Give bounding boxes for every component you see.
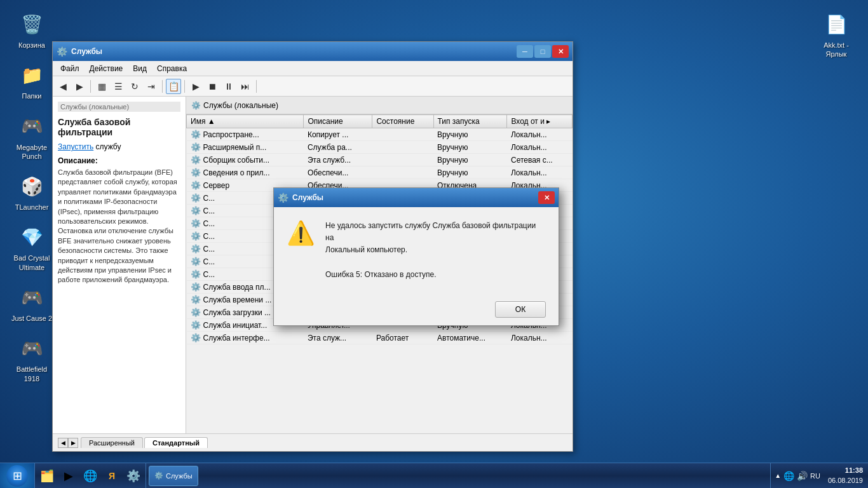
- table-row[interactable]: ⚙️Расширяемый п... Служба ра... Вручную …: [187, 141, 573, 154]
- export-button[interactable]: ⇥: [144, 79, 159, 94]
- quick-media-button[interactable]: ▶: [59, 466, 78, 485]
- minimize-button[interactable]: ─: [517, 45, 533, 58]
- service-info-title: Служба базовой фильтрации: [58, 117, 180, 137]
- error-dialog-title: Службы: [292, 193, 538, 202]
- menu-view[interactable]: Вид: [128, 63, 152, 74]
- folders-icon: 📁: [17, 60, 47, 90]
- tab-extended[interactable]: Расширенный: [81, 437, 143, 448]
- toolbar: ◀ ▶ ▦ ☰ ↻ ⇥ 📋 ▶ ⏹ ⏸ ⏭: [53, 76, 573, 97]
- error-dialog-close-button[interactable]: ✕: [538, 191, 555, 204]
- error-dialog-buttons: ОК: [274, 294, 559, 325]
- close-button[interactable]: ✕: [552, 45, 569, 58]
- taskbar-item-label: Службы: [166, 472, 193, 480]
- stop-service-button[interactable]: ⏹: [205, 79, 220, 94]
- status-tabs: Расширенный Стандартный: [81, 437, 208, 448]
- cell-startup: Автоматиче...: [433, 332, 507, 344]
- view-list-button[interactable]: ▦: [94, 79, 109, 94]
- megabyte-punch-icon: 🎮: [17, 111, 47, 142]
- language-indicator[interactable]: RU: [810, 472, 820, 480]
- maximize-button[interactable]: □: [534, 45, 551, 58]
- cell-startup: Вручную: [433, 166, 507, 179]
- separator-4: [256, 80, 257, 93]
- desktop-icons-left: 🗑️ Корзина 📁 Папки 🎮 Megabyte Punch 🎲 TL…: [6, 6, 57, 386]
- separator-2: [162, 80, 163, 93]
- desktop-icon-battlefield[interactable]: 🎮 Battlefield 1918: [6, 330, 57, 386]
- error-dialog-controls: ✕: [538, 191, 555, 204]
- desktop-icon-just-cause[interactable]: 🎮 Just Cause 2: [6, 280, 57, 325]
- taskbar-right: ▲ 🌐 🔊 RU 11:38 06.08.2019: [765, 463, 868, 488]
- tray-volume-icon[interactable]: 🔊: [797, 471, 808, 481]
- cell-state: [372, 154, 433, 166]
- pause-service-button[interactable]: ⏸: [221, 79, 236, 94]
- cell-desc: Эта служб...: [304, 154, 372, 166]
- table-row[interactable]: ⚙️Сведения о прил... Обеспечи... Вручную…: [187, 166, 573, 179]
- services-titlebar[interactable]: ⚙️ Службы ─ □ ✕: [53, 42, 573, 61]
- quick-launch: 🗂️ ▶ 🌐 Я ⚙️: [34, 463, 146, 488]
- desktop-icons-right: 📄 Akk.txt - Ярлык: [811, 6, 862, 62]
- col-desc[interactable]: Описание: [304, 115, 372, 128]
- error-message: Не удалось запустить службу Служба базов…: [325, 220, 546, 281]
- table-row[interactable]: ⚙️Служба интерфе... Эта служ... Работает…: [187, 332, 573, 344]
- bad-crystal-icon: 💎: [17, 222, 47, 252]
- back-button[interactable]: ◀: [55, 79, 71, 94]
- taskbar-item-icon: ⚙️: [154, 471, 163, 480]
- tab-standard[interactable]: Стандартный: [144, 437, 208, 448]
- tlauncher-label: TLauncher: [15, 203, 49, 212]
- quick-chrome-button[interactable]: 🌐: [81, 466, 100, 485]
- just-cause-icon: 🎮: [17, 282, 47, 313]
- cell-state: Работает: [372, 332, 433, 344]
- cell-login: Локальн...: [507, 128, 573, 141]
- resume-service-button[interactable]: ⏭: [238, 79, 253, 94]
- left-panel: Службы (локальные) Служба базовой фильтр…: [53, 97, 186, 433]
- menu-bar: Файл Действие Вид Справка: [53, 61, 573, 76]
- ok-button[interactable]: ОК: [495, 301, 546, 318]
- quick-explorer-button[interactable]: 🗂️: [37, 466, 57, 485]
- scroll-left-button[interactable]: ◀: [58, 438, 68, 448]
- col-startup[interactable]: Тип запуска: [433, 115, 507, 128]
- start-button[interactable]: ⊞: [0, 463, 34, 489]
- folders-label: Папки: [22, 92, 42, 100]
- forward-button[interactable]: ▶: [72, 79, 87, 94]
- menu-file[interactable]: Файл: [55, 63, 85, 74]
- desktop-icon-folders[interactable]: 📁 Папки: [6, 57, 57, 103]
- col-login[interactable]: Вход от и ▸: [507, 115, 573, 128]
- tray-expand-icon[interactable]: ▲: [775, 472, 781, 479]
- scroll-right-button[interactable]: ▶: [68, 438, 78, 448]
- refresh-button[interactable]: ↻: [127, 79, 142, 94]
- start-service-button[interactable]: ▶: [188, 79, 203, 94]
- col-name[interactable]: Имя ▲: [187, 115, 304, 128]
- error-message-line1: Не удалось запустить службу Служба базов…: [325, 221, 536, 242]
- desktop-icon-megabyte-punch[interactable]: 🎮 Megabyte Punch: [6, 109, 57, 164]
- description-text: Служба базовой фильтрации (BFE) представ…: [58, 168, 180, 285]
- clock-time: 11:38: [828, 466, 863, 475]
- properties-button[interactable]: 📋: [166, 79, 181, 94]
- error-dialog-titlebar[interactable]: ⚙️ Службы ✕: [274, 188, 559, 207]
- breadcrumb-icon: ⚙️: [191, 101, 201, 110]
- quick-yandex-button[interactable]: Я: [102, 466, 121, 485]
- quick-settings-button[interactable]: ⚙️: [124, 466, 143, 485]
- tray-network-icon: 🌐: [783, 471, 794, 481]
- separator-1: [90, 80, 91, 93]
- menu-action[interactable]: Действие: [85, 63, 128, 74]
- col-state[interactable]: Состояние: [372, 115, 433, 128]
- desktop-icon-tlauncher[interactable]: 🎲 TLauncher: [6, 168, 57, 214]
- start-service-link[interactable]: Запустить: [58, 142, 93, 151]
- battlefield-icon: 🎮: [17, 333, 47, 363]
- desktop-icon-recycle-bin[interactable]: 🗑️ Корзина: [6, 6, 57, 52]
- desktop-icon-bad-crystal[interactable]: 💎 Bad Crystal Ultimate: [6, 219, 57, 274]
- error-message-line2: Локальный компьютер.: [325, 245, 407, 254]
- taskbar: ⊞ 🗂️ ▶ 🌐 Я ⚙️ ⚙️ Службы ▲ 🌐 🔊 RU 11:38: [0, 463, 868, 488]
- cell-desc: Копирует ...: [304, 128, 372, 141]
- cell-desc: Эта служ...: [304, 332, 372, 344]
- services-title-icon: ⚙️: [57, 46, 67, 57]
- start-service-suffix: службу: [93, 142, 121, 151]
- menu-help[interactable]: Справка: [152, 63, 192, 74]
- table-row[interactable]: ⚙️Сборщик событи... Эта служб... Вручную…: [187, 154, 573, 166]
- taskbar-clock[interactable]: 11:38 06.08.2019: [828, 466, 863, 485]
- view-details-button[interactable]: ☰: [111, 79, 126, 94]
- taskbar-items: ⚙️ Службы: [146, 463, 201, 488]
- desktop-icon-akk-txt[interactable]: 📄 Akk.txt - Ярлык: [811, 6, 862, 62]
- taskbar-services-item[interactable]: ⚙️ Службы: [149, 466, 198, 486]
- description-label: Описание:: [58, 156, 180, 165]
- table-row[interactable]: ⚙️Распростране... Копирует ... Вручную Л…: [187, 128, 573, 141]
